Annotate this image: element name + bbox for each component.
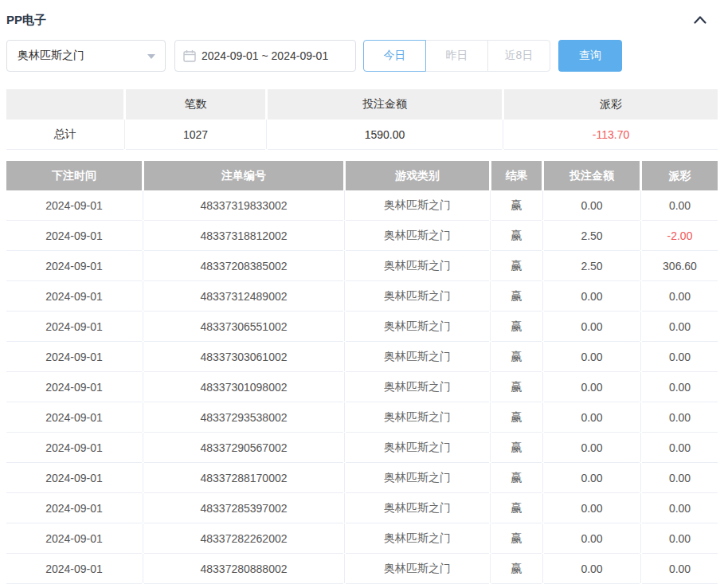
cell-payout: 0.00 (642, 312, 718, 342)
cell-bet-time: 2024-09-01 (6, 433, 142, 463)
cell-order-id: 48337208385002 (144, 251, 343, 281)
table-row: 2024-09-01 48337312489002 奥林匹斯之门 赢 0.00 … (6, 281, 718, 312)
table-row: 2024-09-01 48337290567002 奥林匹斯之门 赢 0.00 … (6, 433, 718, 463)
summary-total-bet-amount: 1590.00 (268, 120, 502, 150)
table-row: 2024-09-01 48337319833002 奥林匹斯之门 赢 0.00 … (6, 190, 718, 221)
range-button-today[interactable]: 今日 (363, 40, 426, 72)
cell-order-id: 48337280888002 (144, 554, 343, 584)
table-row: 2024-09-01 48337288170002 奥林匹斯之门 赢 0.00 … (6, 463, 718, 493)
cell-game-type: 奥林匹斯之门 (346, 372, 489, 402)
cell-result: 赢 (491, 190, 542, 221)
bets-table: 下注时间 注单编号 游戏类别 结果 投注金额 派彩 2024-09-01 483… (6, 161, 718, 584)
cell-bet-time: 2024-09-01 (6, 523, 142, 554)
cell-payout: 0.00 (642, 190, 718, 221)
cell-payout: 0.00 (642, 402, 718, 433)
cell-order-id: 48337290567002 (144, 433, 343, 463)
summary-header-payout: 派彩 (504, 89, 718, 120)
cell-payout: 0.00 (642, 463, 718, 493)
cell-bet-time: 2024-09-01 (6, 251, 142, 281)
bets-header-payout: 派彩 (642, 161, 718, 190)
cell-payout: -2.00 (642, 221, 718, 251)
cell-bet-amount: 2.50 (544, 221, 640, 251)
cell-bet-time: 2024-09-01 (6, 463, 142, 493)
summary-total-label: 总计 (6, 120, 123, 150)
caret-down-icon (147, 54, 155, 59)
collapse-panel-button[interactable] (689, 11, 711, 29)
summary-header-blank (6, 89, 123, 120)
cell-game-type: 奥林匹斯之门 (346, 281, 489, 312)
cell-result: 赢 (491, 251, 542, 281)
cell-result: 赢 (491, 433, 542, 463)
cell-bet-amount: 0.00 (544, 190, 640, 221)
chevron-up-icon (694, 16, 706, 24)
table-row: 2024-09-01 48337282262002 奥林匹斯之门 赢 0.00 … (6, 523, 718, 554)
cell-bet-time: 2024-09-01 (6, 493, 142, 523)
summary-total-row: 总计 1027 1590.00 -113.70 (6, 120, 718, 150)
cell-bet-amount: 0.00 (544, 372, 640, 402)
cell-payout: 306.60 (642, 251, 718, 281)
summary-header-count: 笔数 (126, 89, 265, 120)
summary-header-bet-amount: 投注金额 (268, 89, 502, 120)
cell-bet-time: 2024-09-01 (6, 221, 142, 251)
cell-bet-time: 2024-09-01 (6, 554, 142, 584)
cell-order-id: 48337319833002 (144, 190, 343, 221)
cell-game-type: 奥林匹斯之门 (346, 463, 489, 493)
pp-electronics-panel: PP电子 奥林匹斯之门 2024-09-01 ~ 2024-09-01 今日 昨… (0, 0, 724, 588)
cell-order-id: 48337303061002 (144, 342, 343, 372)
table-row: 2024-09-01 48337301098002 奥林匹斯之门 赢 0.00 … (6, 372, 718, 402)
date-range-value: 2024-09-01 ~ 2024-09-01 (202, 49, 328, 62)
cell-game-type: 奥林匹斯之门 (346, 554, 489, 584)
cell-game-type: 奥林匹斯之门 (346, 493, 489, 523)
date-range-input[interactable]: 2024-09-01 ~ 2024-09-01 (174, 40, 356, 72)
range-button-last8days[interactable]: 近8日 (487, 40, 550, 72)
cell-payout: 0.00 (642, 372, 718, 402)
cell-order-id: 48337288170002 (144, 463, 343, 493)
cell-game-type: 奥林匹斯之门 (346, 433, 489, 463)
bets-header-game-type: 游戏类别 (346, 161, 489, 190)
summary-table: 笔数 投注金额 派彩 总计 1027 1590.00 -113.70 (6, 89, 718, 150)
cell-payout: 0.00 (642, 554, 718, 584)
cell-bet-time: 2024-09-01 (6, 372, 142, 402)
cell-bet-amount: 2.50 (544, 251, 640, 281)
query-button[interactable]: 查询 (558, 40, 622, 72)
cell-game-type: 奥林匹斯之门 (346, 523, 489, 554)
filter-bar: 奥林匹斯之门 2024-09-01 ~ 2024-09-01 今日 昨日 近8日… (6, 40, 718, 72)
table-row: 2024-09-01 48337280888002 奥林匹斯之门 赢 0.00 … (6, 554, 718, 584)
summary-total-count: 1027 (126, 120, 265, 150)
cell-order-id: 48337306551002 (144, 312, 343, 342)
game-select[interactable]: 奥林匹斯之门 (6, 40, 166, 72)
table-row: 2024-09-01 48337303061002 奥林匹斯之门 赢 0.00 … (6, 342, 718, 372)
cell-order-id: 48337285397002 (144, 493, 343, 523)
table-row: 2024-09-01 48337318812002 奥林匹斯之门 赢 2.50 … (6, 221, 718, 251)
cell-game-type: 奥林匹斯之门 (346, 221, 489, 251)
cell-order-id: 48337318812002 (144, 221, 343, 251)
cell-bet-time: 2024-09-01 (6, 281, 142, 312)
cell-order-id: 48337282262002 (144, 523, 343, 554)
cell-game-type: 奥林匹斯之门 (346, 251, 489, 281)
cell-payout: 0.00 (642, 342, 718, 372)
cell-result: 赢 (491, 493, 542, 523)
cell-game-type: 奥林匹斯之门 (346, 402, 489, 433)
cell-bet-time: 2024-09-01 (6, 342, 142, 372)
range-button-yesterday[interactable]: 昨日 (425, 40, 488, 72)
cell-game-type: 奥林匹斯之门 (346, 342, 489, 372)
cell-bet-amount: 0.00 (544, 493, 640, 523)
summary-header-row: 笔数 投注金额 派彩 (6, 89, 718, 120)
cell-bet-amount: 0.00 (544, 523, 640, 554)
cell-order-id: 48337301098002 (144, 372, 343, 402)
table-row: 2024-09-01 48337306551002 奥林匹斯之门 赢 0.00 … (6, 312, 718, 342)
cell-bet-amount: 0.00 (544, 281, 640, 312)
cell-result: 赢 (491, 312, 542, 342)
cell-result: 赢 (491, 221, 542, 251)
cell-bet-amount: 0.00 (544, 342, 640, 372)
cell-payout: 0.00 (642, 493, 718, 523)
bets-header-order-id: 注单编号 (144, 161, 343, 190)
quick-range-group: 今日 昨日 近8日 (363, 40, 550, 72)
cell-bet-amount: 0.00 (544, 463, 640, 493)
cell-result: 赢 (491, 342, 542, 372)
cell-result: 赢 (491, 554, 542, 584)
table-row: 2024-09-01 48337208385002 奥林匹斯之门 赢 2.50 … (6, 251, 718, 281)
cell-game-type: 奥林匹斯之门 (346, 190, 489, 221)
cell-bet-amount: 0.00 (544, 402, 640, 433)
table-row: 2024-09-01 48337293538002 奥林匹斯之门 赢 0.00 … (6, 402, 718, 433)
